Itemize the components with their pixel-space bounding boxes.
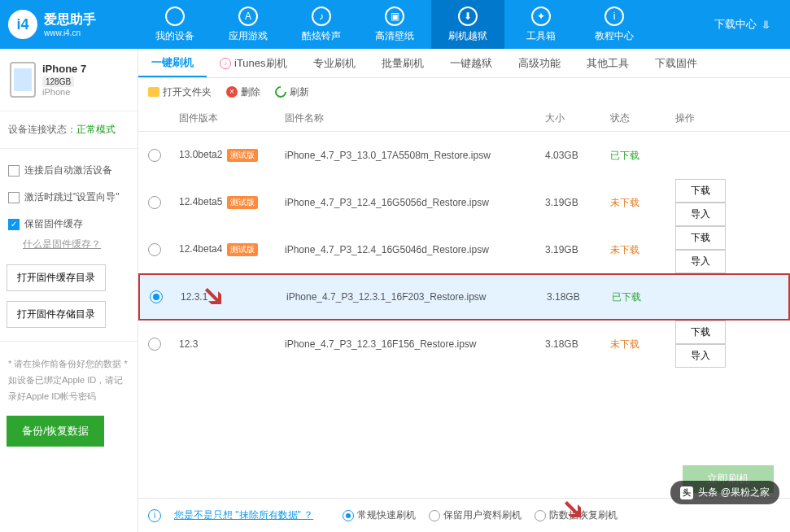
- device-name: iPhone 7: [42, 63, 86, 75]
- nav-icon: i: [605, 7, 624, 26]
- nav-item-5[interactable]: ✦工具箱: [504, 0, 578, 49]
- radio-icon[interactable]: [148, 243, 161, 256]
- download-button[interactable]: 下载: [675, 179, 726, 203]
- nav-item-4[interactable]: ⬇刷机越狱: [431, 0, 504, 49]
- device-capacity: 128GB: [42, 76, 74, 87]
- table-row[interactable]: 12.3.1iPhone_4.7_P3_12.3.1_16F203_Restor…: [138, 273, 790, 321]
- cell-name: iPhone_4.7_P3_12.3_16F156_Restore.ipsw: [285, 338, 545, 350]
- sidebar-button-1[interactable]: 打开固件存储目录: [7, 301, 106, 328]
- info-icon: i: [148, 509, 161, 522]
- device-type: iPhone: [42, 87, 86, 97]
- sidebar: iPhone 7 128GB iPhone 设备连接状态：正常模式 连接后自动激…: [0, 49, 138, 532]
- cache-help-link[interactable]: 什么是固件缓存？: [7, 238, 131, 251]
- import-button[interactable]: 导入: [675, 203, 726, 226]
- beta-badge: 测试版: [227, 149, 258, 162]
- nav-item-2[interactable]: ♪酷炫铃声: [285, 0, 358, 49]
- tab-bar: 一键刷机♪iTunes刷机专业刷机批量刷机一键越狱高级功能其他工具下载固件: [138, 49, 790, 78]
- cell-version: 12.4beta5: [179, 196, 222, 207]
- logo-icon: i4: [8, 10, 37, 39]
- cell-version: 12.3: [179, 338, 198, 350]
- cell-status: 未下载: [610, 196, 675, 210]
- erase-data-link[interactable]: 您是不是只想 "抹除所有数据" ？: [174, 508, 313, 522]
- cell-size: 3.18GB: [547, 291, 612, 303]
- radio-icon: [429, 510, 440, 521]
- download-button[interactable]: 下载: [675, 321, 726, 344]
- footer-option-0[interactable]: 常规快速刷机: [343, 508, 416, 522]
- tab-0[interactable]: 一键刷机: [138, 49, 207, 77]
- table-row[interactable]: 12.4beta4测试版iPhone_4.7_P3_12.4_16G5046d_…: [138, 226, 790, 273]
- tab-7[interactable]: 下载固件: [642, 49, 710, 77]
- tab-4[interactable]: 一键越狱: [437, 49, 505, 77]
- main-panel: 一键刷机♪iTunes刷机专业刷机批量刷机一键越狱高级功能其他工具下载固件 打开…: [138, 49, 790, 532]
- table-row[interactable]: 13.0beta2测试版iPhone_4.7_P3_13.0_17A5508m_…: [138, 132, 790, 179]
- radio-icon: [535, 510, 546, 521]
- import-button[interactable]: 导入: [675, 250, 726, 273]
- cell-name: iPhone_4.7_P3_12.4_16G5046d_Restore.ipsw: [285, 244, 545, 255]
- connection-status: 设备连接状态：正常模式: [7, 120, 131, 140]
- table-row[interactable]: 12.4beta5测试版iPhone_4.7_P3_12.4_16G5056d_…: [138, 179, 790, 226]
- cell-status: 已下载: [610, 149, 675, 163]
- sidebar-checkbox-0[interactable]: 连接后自动激活设备: [7, 157, 131, 184]
- cell-name: iPhone_4.7_P3_12.3.1_16F203_Restore.ipsw: [286, 291, 547, 303]
- radio-icon[interactable]: [148, 196, 161, 209]
- delete-button[interactable]: ×删除: [226, 85, 260, 99]
- nav-icon: [165, 7, 185, 26]
- cell-name: iPhone_4.7_P3_13.0_17A5508m_Restore.ipsw: [285, 150, 545, 161]
- radio-icon: [343, 510, 354, 521]
- tab-1[interactable]: ♪iTunes刷机: [207, 49, 300, 77]
- device-card[interactable]: iPhone 7 128GB iPhone: [7, 57, 131, 102]
- open-folder-button[interactable]: 打开文件夹: [148, 85, 212, 99]
- table-header: 固件版本 固件名称 大小 状态 操作: [138, 106, 790, 132]
- checkbox-icon: [8, 192, 20, 203]
- backup-restore-button[interactable]: 备份/恢复数据: [7, 416, 104, 447]
- footer-option-1[interactable]: 保留用户资料刷机: [429, 508, 522, 522]
- delete-icon: ×: [226, 86, 238, 98]
- download-center-button[interactable]: 下载中心⥥: [703, 12, 782, 37]
- nav-icon: ♪: [312, 7, 331, 26]
- radio-icon[interactable]: [148, 149, 161, 162]
- cell-status: 已下载: [612, 290, 677, 304]
- phone-icon: [10, 62, 36, 98]
- folder-icon: [148, 87, 159, 97]
- cell-size: 3.18GB: [545, 338, 610, 350]
- tab-6[interactable]: 其他工具: [574, 49, 642, 77]
- cell-status: 未下载: [610, 338, 675, 351]
- checkbox-icon: [8, 165, 20, 177]
- nav-icon: ▣: [385, 7, 404, 26]
- top-bar: i4 爱思助手 www.i4.cn 我的设备A应用游戏♪酷炫铃声▣高清壁纸⬇刷机…: [0, 0, 790, 49]
- beta-badge: 测试版: [227, 243, 258, 256]
- import-button[interactable]: 导入: [675, 344, 726, 368]
- radio-icon[interactable]: [150, 290, 163, 303]
- nav-icon: ⬇: [458, 7, 478, 26]
- nav-item-0[interactable]: 我的设备: [138, 0, 212, 49]
- nav-item-6[interactable]: i教程中心: [578, 0, 651, 49]
- itunes-icon: ♪: [220, 58, 231, 69]
- download-icon: ⥥: [762, 19, 770, 31]
- tab-2[interactable]: 专业刷机: [300, 49, 369, 77]
- cell-size: 4.03GB: [545, 150, 610, 161]
- cell-size: 3.19GB: [545, 197, 610, 208]
- sidebar-button-0[interactable]: 打开固件缓存目录: [7, 264, 106, 291]
- nav-item-3[interactable]: ▣高清壁纸: [358, 0, 431, 49]
- sidebar-checkbox-2[interactable]: ✓保留固件缓存: [7, 211, 131, 238]
- cell-version: 13.0beta2: [179, 149, 222, 160]
- brand-url: www.i4.cn: [44, 28, 96, 37]
- firmware-table: 固件版本 固件名称 大小 状态 操作 13.0beta2测试版iPhone_4.…: [138, 106, 790, 498]
- tab-5[interactable]: 高级功能: [505, 49, 574, 77]
- refresh-icon: [273, 84, 289, 100]
- nav-icon: ✦: [531, 7, 551, 26]
- cell-name: iPhone_4.7_P3_12.4_16G5056d_Restore.ipsw: [285, 197, 545, 208]
- radio-icon[interactable]: [148, 338, 161, 351]
- brand-name: 爱思助手: [44, 11, 96, 28]
- main-nav: 我的设备A应用游戏♪酷炫铃声▣高清壁纸⬇刷机越狱✦工具箱i教程中心: [138, 0, 703, 49]
- watermark-icon: 头: [680, 486, 693, 499]
- nav-icon: A: [238, 7, 258, 26]
- table-row[interactable]: 12.3iPhone_4.7_P3_12.3_16F156_Restore.ip…: [138, 321, 790, 368]
- sidebar-checkbox-1[interactable]: 激活时跳过"设置向导": [7, 184, 131, 211]
- tab-3[interactable]: 批量刷机: [369, 49, 437, 77]
- download-button[interactable]: 下载: [675, 226, 726, 250]
- watermark: 头 头条 @果粉之家: [670, 481, 779, 504]
- refresh-button[interactable]: 刷新: [275, 85, 309, 99]
- checkbox-icon: ✓: [8, 219, 20, 230]
- nav-item-1[interactable]: A应用游戏: [212, 0, 285, 49]
